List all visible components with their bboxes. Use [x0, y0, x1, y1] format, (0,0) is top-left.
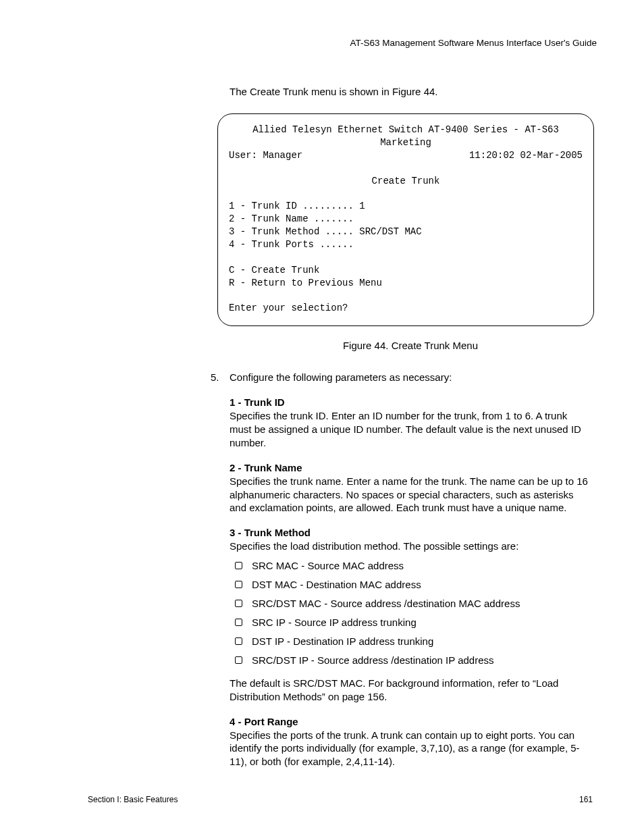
param-body: Specifies the ports of the trunk. A trun…	[230, 729, 591, 768]
terminal-timestamp: 11:20:02 02-Mar-2005	[469, 149, 583, 162]
bullet-text: SRC/DST IP - Source address /destination…	[252, 654, 494, 666]
step-number: 5.	[211, 371, 230, 383]
param-trunk-name: 2 - Trunk Name Specifies the trunk name.…	[230, 462, 591, 515]
figure-caption: Figure 44. Create Trunk Menu	[230, 340, 591, 351]
param-body: Specifies the trunk ID. Enter an ID numb…	[230, 409, 591, 449]
bullet-text: DST MAC - Destination MAC address	[252, 579, 421, 590]
param-title: 1 - Trunk ID	[230, 396, 591, 408]
terminal-title: Allied Telesyn Ethernet Switch AT-9400 S…	[229, 124, 583, 136]
footer-section: Section I: Basic Features	[88, 795, 178, 804]
guide-title: AT-S63 Management Software Menus Interfa…	[350, 38, 597, 48]
param-title: 2 - Trunk Name	[230, 462, 591, 473]
terminal-user: User: Manager	[229, 149, 302, 162]
page-footer: Section I: Basic Features 161	[88, 795, 593, 804]
terminal-prompt: Enter your selection?	[229, 303, 348, 313]
list-item: SRC MAC - Source MAC address	[235, 560, 591, 571]
method-bullet-list: SRC MAC - Source MAC address DST MAC - D…	[230, 560, 591, 666]
param-body: Specifies the load distribution method. …	[230, 540, 591, 553]
list-item: DST IP - Destination IP address trunking	[235, 635, 591, 647]
param-tail: The default is SRC/DST MAC. For backgrou…	[230, 677, 591, 704]
footer-page-number: 161	[579, 795, 593, 804]
bullet-text: SRC/DST MAC - Source address /destinatio…	[252, 598, 520, 609]
bullet-icon	[235, 581, 242, 588]
bullet-icon	[235, 619, 242, 626]
bullet-text: DST IP - Destination IP address trunking	[252, 635, 433, 647]
step-5: 5. Configure the following parameters as…	[211, 371, 591, 383]
intro-paragraph: The Create Trunk menu is shown in Figure…	[230, 86, 591, 97]
page-header: AT-S63 Management Software Menus Interfa…	[88, 38, 597, 48]
terminal-subtitle: Marketing	[229, 136, 583, 149]
list-item: DST MAC - Destination MAC address	[235, 579, 591, 590]
terminal-item: 2 - Trunk Name .......	[229, 213, 354, 224]
terminal-user-row: User: Manager11:20:02 02-Mar-2005	[229, 149, 583, 162]
list-item: SRC IP - Source IP address trunking	[235, 617, 591, 628]
param-body: Specifies the trunk name. Enter a name f…	[230, 475, 591, 515]
param-title: 4 - Port Range	[230, 716, 591, 727]
bullet-icon	[235, 656, 242, 664]
terminal-item: 4 - Trunk Ports ......	[229, 239, 354, 250]
terminal-item: 1 - Trunk ID ......... 1	[229, 201, 365, 211]
param-port-range: 4 - Port Range Specifies the ports of th…	[230, 716, 591, 768]
bullet-icon	[235, 600, 242, 607]
terminal-menu-title: Create Trunk	[229, 175, 583, 188]
bullet-text: SRC IP - Source IP address trunking	[252, 617, 417, 628]
bullet-text: SRC MAC - Source MAC address	[252, 560, 404, 571]
terminal-action: R - Return to Previous Menu	[229, 278, 382, 288]
terminal-screen: Allied Telesyn Ethernet Switch AT-9400 S…	[217, 113, 594, 326]
bullet-icon	[235, 562, 242, 569]
param-trunk-id: 1 - Trunk ID Specifies the trunk ID. Ent…	[230, 396, 591, 449]
step-text: Configure the following parameters as ne…	[230, 371, 452, 383]
terminal-item: 3 - Trunk Method ..... SRC/DST MAC	[229, 226, 422, 237]
content-column: The Create Trunk menu is shown in Figure…	[230, 86, 591, 768]
param-trunk-method: 3 - Trunk Method Specifies the load dist…	[230, 527, 591, 703]
terminal-action: C - Create Trunk	[229, 265, 319, 276]
list-item: SRC/DST IP - Source address /destination…	[235, 654, 591, 666]
param-title: 3 - Trunk Method	[230, 527, 591, 538]
list-item: SRC/DST MAC - Source address /destinatio…	[235, 598, 591, 609]
bullet-icon	[235, 637, 242, 645]
